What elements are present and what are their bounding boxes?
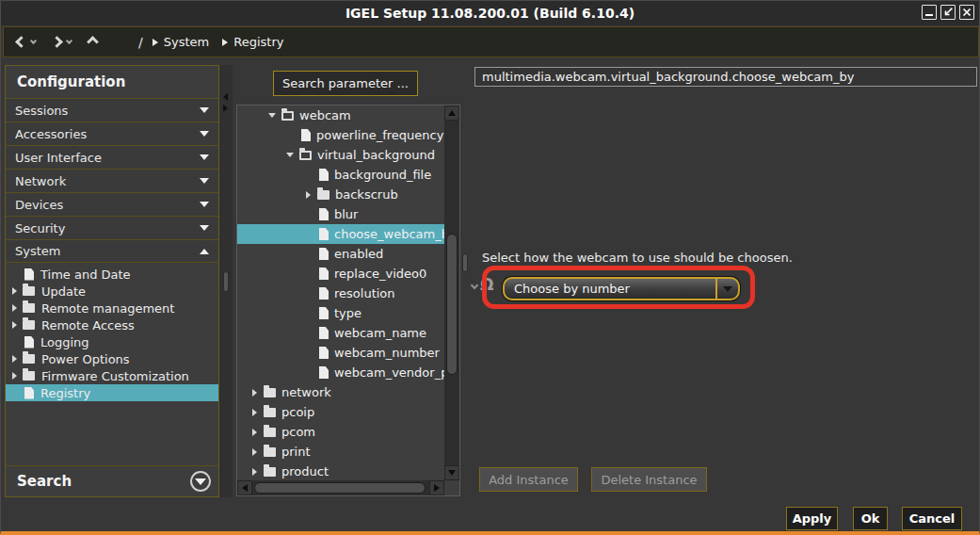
vertical-scrollbar-thumb[interactable] (446, 234, 458, 375)
tree-item-type[interactable]: type (237, 303, 444, 323)
tree-item-label: virtual_background (317, 148, 435, 162)
add-instance-button[interactable]: Add Instance (479, 467, 578, 492)
forward-history-dropdown-icon[interactable] (66, 38, 72, 44)
back-icon (15, 36, 27, 48)
minimize-button[interactable] (922, 5, 937, 20)
expander-icon[interactable] (9, 372, 19, 380)
tree-item-print[interactable]: print (237, 442, 444, 462)
choose-webcam-by-dropdown[interactable]: Choose by number (503, 277, 740, 300)
expander-icon[interactable] (249, 468, 260, 476)
tree-item-pcom[interactable]: pcom (237, 422, 444, 442)
tree-item-webcam-vendor-pro[interactable]: webcam_vendor_pro (237, 363, 444, 382)
file-icon (319, 307, 329, 319)
sidebar-item-power-options[interactable]: Power Options (6, 350, 218, 367)
sidebar-item-update[interactable]: Update (6, 283, 218, 300)
search-expand-button[interactable] (190, 471, 211, 492)
tree-item-pcoip[interactable]: pcoip (237, 402, 444, 422)
sidebar-item-remote-management[interactable]: Remote management (6, 300, 218, 316)
sidebar-section-sessions[interactable]: Sessions (6, 98, 218, 122)
tree-item-product[interactable]: product (237, 462, 444, 480)
horizontal-scrollbar-thumb[interactable] (254, 482, 426, 494)
scroll-right-button[interactable] (429, 480, 444, 495)
tree-item-background-file[interactable]: background_file (237, 165, 444, 185)
caret-down-icon (200, 178, 209, 184)
parameter-path-field[interactable] (474, 67, 977, 87)
tree-item-backscrub[interactable]: backscrub (237, 185, 444, 204)
collapse-left-icon[interactable] (223, 93, 228, 101)
expander-icon[interactable] (302, 191, 313, 199)
tree-item-blur[interactable]: blur (237, 204, 444, 224)
tree-item-webcam[interactable]: webcam (237, 105, 444, 125)
sidebar-item-time-and-date[interactable]: Time and Date (6, 266, 218, 283)
forward-icon (51, 36, 63, 48)
cancel-button[interactable]: Cancel (902, 507, 962, 530)
expander-icon[interactable] (9, 304, 19, 312)
tree-panel-splitter-grip[interactable] (462, 253, 468, 272)
sidebar-splitter[interactable] (219, 65, 233, 497)
expander-icon[interactable] (249, 409, 260, 416)
sidebar-section-system[interactable]: System (6, 239, 218, 263)
registry-tree: webcampowerline_frequencyvirtual_backgro… (236, 105, 460, 496)
tree-item-enabled[interactable]: enabled (237, 244, 444, 264)
sidebar-item-registry[interactable]: Registry (6, 384, 218, 401)
horizontal-scrollbar[interactable] (237, 480, 444, 495)
splitter-grip[interactable] (223, 271, 229, 292)
tree-item-webcam-number[interactable]: webcam_number (237, 343, 444, 363)
forward-button[interactable] (53, 38, 72, 46)
tree-item-label: pcom (281, 425, 315, 439)
restore-button[interactable] (940, 5, 956, 20)
registry-tree-viewport: webcampowerline_frequencyvirtual_backgro… (237, 105, 444, 480)
back-button[interactable] (17, 38, 36, 46)
scroll-left-button[interactable] (237, 480, 252, 495)
item-label: Time and Date (40, 268, 131, 282)
collapse-right-icon[interactable] (223, 105, 228, 112)
tree-item-resolution[interactable]: resolution (237, 284, 444, 303)
breadcrumb-system[interactable]: System (153, 35, 209, 49)
close-button[interactable] (959, 5, 974, 20)
expander-icon[interactable] (249, 429, 260, 436)
folder-icon (23, 303, 35, 313)
tree-item-network[interactable]: network (237, 382, 444, 402)
file-icon (319, 347, 329, 359)
sidebar-section-accessories[interactable]: Accessories (6, 122, 218, 145)
delete-instance-button[interactable]: Delete Instance (591, 467, 707, 492)
up-button[interactable] (88, 38, 97, 46)
scroll-up-button[interactable] (444, 105, 459, 121)
sidebar-section-user-interface[interactable]: User Interface (6, 145, 218, 169)
breadcrumb-arrow-icon (153, 39, 158, 46)
sidebar-item-firmware-customization[interactable]: Firmware Customization (6, 367, 218, 384)
reset-to-default-icon[interactable]: Ω (480, 275, 493, 294)
expander-icon[interactable] (249, 448, 260, 456)
tree-item-powerline-frequency[interactable]: powerline_frequency (237, 125, 444, 145)
expander-icon[interactable] (249, 389, 260, 397)
back-history-dropdown-icon[interactable] (30, 38, 37, 44)
tree-item-choose-webcam-by[interactable]: choose_webcam_by (237, 224, 444, 244)
sidebar-section-network[interactable]: Network (6, 169, 218, 192)
tree-item-webcam-name[interactable]: webcam_name (237, 323, 444, 343)
dropdown-arrow-button[interactable] (715, 279, 738, 299)
scroll-down-button[interactable] (444, 465, 459, 480)
tree-item-label: choose_webcam_by (334, 227, 444, 241)
tree-item-replace-video0[interactable]: replace_video0 (237, 264, 444, 284)
expander-icon[interactable] (9, 355, 19, 363)
expander-icon[interactable] (284, 153, 296, 157)
folder-icon (317, 190, 329, 200)
expander-icon[interactable] (9, 287, 19, 295)
sidebar-item-logging[interactable]: Logging (6, 333, 218, 350)
configuration-accordion: SessionsAccessoriesUser InterfaceNetwork… (6, 98, 218, 263)
expander-icon[interactable] (266, 113, 278, 118)
sidebar-section-devices[interactable]: Devices (6, 192, 218, 216)
caret-down-icon (200, 131, 209, 137)
tree-item-virtual-background[interactable]: virtual_background (237, 145, 444, 165)
ok-button[interactable]: Ok (853, 507, 888, 530)
breadcrumb-registry[interactable]: Registry (222, 35, 283, 49)
expander-icon[interactable] (9, 321, 19, 329)
tree-item-label: webcam_name (334, 326, 426, 340)
apply-button[interactable]: Apply (786, 507, 838, 530)
sidebar-section-security[interactable]: Security (6, 216, 218, 239)
vertical-scrollbar[interactable] (444, 105, 459, 480)
file-icon (24, 387, 34, 399)
tree-item-label: webcam_vendor_pro (334, 365, 444, 380)
search-parameter-button[interactable]: Search parameter ... (273, 71, 418, 96)
sidebar-item-remote-access[interactable]: Remote Access (6, 316, 218, 333)
